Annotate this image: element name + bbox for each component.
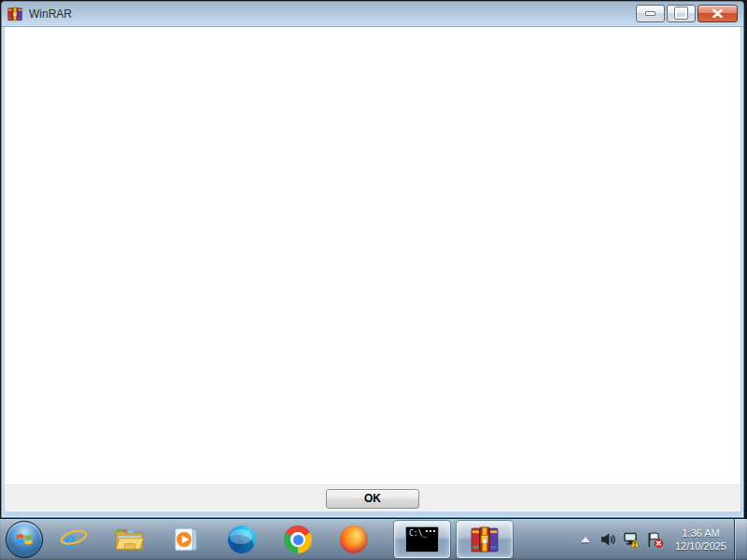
command-prompt-dots: [433, 530, 435, 532]
window-content-area: [5, 27, 740, 485]
chrome-hub: [290, 532, 305, 547]
close-icon: [712, 9, 723, 18]
window-footer-bar: OK: [5, 484, 740, 511]
action-center-tray-button[interactable]: [646, 530, 665, 549]
taskbar-item-microsoft-edge[interactable]: [226, 521, 258, 558]
taskbar-item-google-chrome[interactable]: [282, 521, 314, 558]
taskbar-item-winrar[interactable]: [457, 521, 513, 558]
media-player-icon: [172, 525, 200, 553]
folder-icon: [114, 526, 146, 553]
start-button[interactable]: [6, 521, 43, 558]
close-button[interactable]: [698, 5, 738, 22]
command-prompt-icon: C:\_: [405, 526, 439, 553]
notification-area: 1:36 AM 12/10/2025: [581, 519, 747, 560]
network-tray-button[interactable]: [623, 530, 641, 549]
window-title: WinRAR: [29, 7, 72, 21]
volume-icon: [600, 532, 616, 547]
maximize-button[interactable]: [667, 5, 696, 22]
chrome-icon: [284, 525, 312, 553]
winrar-window: WinRAR OK: [1, 1, 744, 518]
winrar-books-icon: [7, 7, 22, 21]
taskbar-clock[interactable]: 1:36 AM 12/10/2025: [675, 526, 726, 553]
taskbar-item-internet-explorer[interactable]: e: [58, 521, 90, 558]
taskbar-left: e: [6, 519, 519, 560]
taskbar-item-windows-media-player[interactable]: [170, 521, 202, 558]
edge-icon: [228, 525, 256, 553]
taskbar-item-firefox[interactable]: [338, 521, 370, 558]
taskbar-item-windows-explorer[interactable]: [114, 521, 146, 558]
command-prompt-label: C:\_: [409, 530, 427, 538]
ok-button[interactable]: OK: [326, 489, 419, 509]
internet-explorer-icon: e: [60, 525, 88, 553]
taskbar-item-command-prompt[interactable]: C:\_: [394, 521, 450, 558]
clock-time: 1:36 AM: [675, 526, 726, 539]
window-titlebar[interactable]: WinRAR: [2, 2, 743, 27]
winrar-books-icon: [471, 525, 499, 553]
taskbar: e: [0, 518, 747, 560]
volume-tray-button[interactable]: [599, 530, 618, 549]
window-controls: [636, 5, 738, 22]
show-hidden-icons-button[interactable]: [581, 537, 590, 542]
windows-flag-icon: [14, 529, 35, 550]
maximize-icon: [675, 7, 687, 19]
network-warning-icon: [623, 532, 641, 548]
chrome-core: [293, 535, 303, 545]
edge-highlight: [230, 529, 252, 544]
clock-date: 12/10/2025: [675, 539, 726, 553]
firefox-icon: [340, 525, 368, 553]
action-center-flag-error-icon: [646, 532, 664, 548]
minimize-icon: [645, 11, 655, 16]
minimize-button[interactable]: [636, 5, 665, 22]
show-desktop-button[interactable]: [734, 519, 747, 560]
